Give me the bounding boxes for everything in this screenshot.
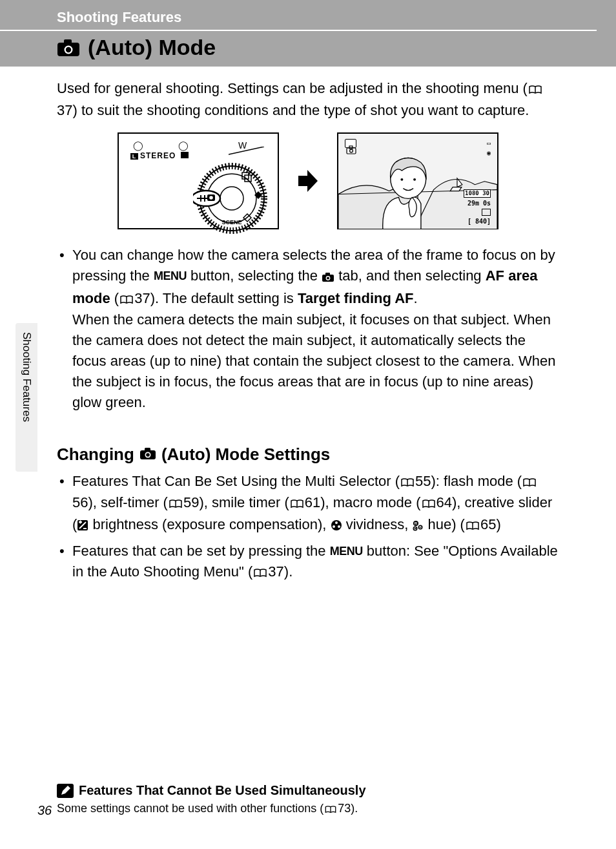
section-label: Shooting Features <box>0 9 597 31</box>
book-icon <box>120 289 133 310</box>
ref64: 64 <box>436 494 452 510</box>
subhead-a: Changing <box>57 443 134 467</box>
svg-point-21 <box>400 178 403 181</box>
note-body: Some settings cannot be used with other … <box>57 802 559 817</box>
brightness-icon <box>77 516 88 537</box>
intro-ref1: 37 <box>57 102 72 118</box>
bullet-multiselector: Features That Can Be Set Using the Multi… <box>57 471 559 538</box>
book-icon <box>254 563 267 583</box>
bullet-menu-options: Features that can be set by pressing the… <box>57 541 559 583</box>
svg-point-45 <box>335 521 338 524</box>
lcd-res: 1080 30 <box>464 189 491 198</box>
intro-text-a: Used for general shooting. Settings can … <box>57 80 528 96</box>
b2e: ), macro mode ( <box>320 494 420 510</box>
ref59: 59 <box>183 494 199 510</box>
b2g: brightness (exposure compensation), <box>88 516 330 532</box>
b1-b: button, selecting the <box>187 267 322 284</box>
svg-point-3 <box>66 47 71 52</box>
camera-icon <box>322 267 334 288</box>
svg-text:G: G <box>414 527 416 530</box>
ref37b: 37 <box>268 563 283 580</box>
page-title: (Auto) Mode <box>0 31 616 67</box>
note-title-text: Features That Cannot Be Used Simultaneou… <box>79 783 366 798</box>
vividness-icon <box>331 516 342 537</box>
camera-mode-icon <box>345 139 356 148</box>
subheading: Changing (Auto) Mode Settings <box>57 443 559 467</box>
book-icon <box>401 472 414 493</box>
lcd-count: [ 840] <box>464 217 491 225</box>
svg-text:R: R <box>415 521 418 525</box>
svg-line-5 <box>229 147 264 154</box>
svg-point-25 <box>350 149 353 152</box>
book-icon <box>523 472 536 493</box>
note-b: ). <box>351 802 358 815</box>
svg-text:SCENE: SCENE <box>221 219 241 225</box>
page-number: 36 <box>37 803 52 818</box>
b2b: ): flash mode ( <box>431 473 522 489</box>
ref56: 56 <box>72 494 88 510</box>
header-band: Shooting Features (Auto) Mode <box>0 0 616 67</box>
camera-icon <box>139 443 156 467</box>
subhead-b: (Auto) Mode Settings <box>161 443 330 467</box>
b1-f: . <box>414 290 418 306</box>
note-a: Some settings cannot be used with other … <box>57 802 323 815</box>
arrow-right-icon <box>298 170 318 192</box>
book-icon <box>466 516 479 536</box>
intro-paragraph: Used for general shooting. Settings can … <box>57 78 559 121</box>
b1-d: ( <box>110 290 119 306</box>
svg-rect-43 <box>83 528 87 529</box>
svg-point-34 <box>146 453 150 457</box>
svg-point-9 <box>220 187 243 210</box>
lcd-time: 29m 0s <box>464 199 491 207</box>
figure-screen: ▭ ◉ 1080 30 29m 0s [ 840] <box>337 132 498 229</box>
svg-point-47 <box>338 525 340 528</box>
svg-point-22 <box>413 178 416 181</box>
svg-text:B: B <box>420 525 422 529</box>
stereo-label: STEREO <box>140 151 176 160</box>
b2j: ) <box>496 516 500 532</box>
svg-point-46 <box>333 525 335 528</box>
pencil-icon <box>57 784 74 798</box>
menu-label: MENU <box>330 543 363 560</box>
target-finding-label: Target finding AF <box>298 290 414 306</box>
b1-ref: 37 <box>134 290 150 306</box>
svg-point-15 <box>209 196 213 200</box>
b1-c: tab, and then selecting <box>334 267 486 284</box>
book-icon <box>325 803 336 817</box>
book-icon <box>422 494 435 514</box>
menu-label: MENU <box>154 267 187 284</box>
b2c: ), self-timer ( <box>88 494 167 510</box>
b3c: ). <box>284 563 293 580</box>
bullet-af-area: You can change how the camera selects th… <box>57 245 559 413</box>
book-icon <box>169 494 182 514</box>
b1-para2: When the camera detects the main subject… <box>72 311 555 410</box>
side-tab-label: Shooting Features <box>20 332 33 422</box>
ref61: 61 <box>305 494 320 510</box>
camera-icon <box>57 39 80 57</box>
b2d: ), smile timer ( <box>199 494 289 510</box>
figure-dial: ◯ ◯ W LSTEREO <box>118 132 279 229</box>
b3a: Features that can be set by pressing the <box>72 543 330 559</box>
b1-e: ). The default setting is <box>150 290 298 306</box>
book-icon <box>291 494 303 514</box>
note-ref: 73 <box>338 802 351 815</box>
ref65: 65 <box>480 516 496 532</box>
figure-row: ◯ ◯ W LSTEREO <box>57 132 559 229</box>
page-title-text: (Auto) Mode <box>88 35 216 60</box>
b2i: hue) ( <box>424 516 465 532</box>
b2a: Features That Can Be Set Using the Multi… <box>72 473 400 489</box>
hue-icon: RGB <box>412 516 424 537</box>
note-box: Features That Cannot Be Used Simultaneou… <box>57 783 559 817</box>
svg-rect-42 <box>80 521 81 524</box>
screen-status-stack: ▭ ◉ 1080 30 29m 0s [ 840] <box>464 139 491 227</box>
svg-point-29 <box>327 277 329 279</box>
svg-rect-32 <box>145 448 150 451</box>
side-tab: Shooting Features <box>15 323 37 472</box>
ref55: 55 <box>415 473 431 489</box>
book-icon <box>529 79 542 100</box>
svg-rect-1 <box>64 39 72 44</box>
b2h: vividness, <box>342 516 413 532</box>
svg-rect-27 <box>325 273 330 275</box>
intro-text-b: ) to suit the shooting conditions and th… <box>72 102 529 118</box>
